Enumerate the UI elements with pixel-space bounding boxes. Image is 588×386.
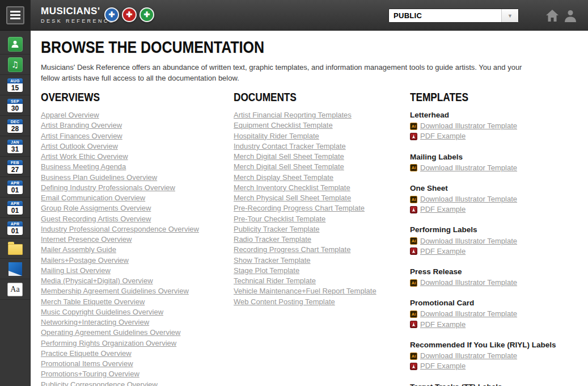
template-group: LetterheadDownload Illustrator TemplateP… [410, 110, 588, 142]
overview-link[interactable]: Group Role Assigments Overview [41, 203, 231, 213]
overview-link[interactable]: Performing Rights Organization Overview [41, 338, 231, 349]
overview-link[interactable]: Business Plan Guidelines Overview [41, 173, 231, 183]
add-green-button[interactable]: ✚ [139, 7, 154, 22]
template-download-link[interactable]: PDF Example [420, 246, 466, 257]
app-logo: MUSICIANS' DESK REFERENCE [41, 6, 115, 24]
person-icon [8, 37, 23, 52]
overview-link[interactable]: Networking+Interacting Overview [41, 317, 231, 328]
document-link[interactable]: Industry Contact Tracker Template [234, 141, 407, 152]
template-download-link[interactable]: Download Illustrator Template [420, 309, 517, 319]
template-group-title: One Sheet [410, 183, 588, 194]
overview-link[interactable]: Promotional Items Overview [41, 359, 231, 369]
overview-link[interactable]: Artist Outlook Overview [41, 141, 231, 152]
pdf-file-icon [410, 133, 417, 140]
add-blue-button[interactable]: ✚ [104, 7, 119, 22]
template-link-row: Download Illustrator Template [410, 236, 588, 246]
logo-line2: DESK REFERENCE [41, 18, 115, 24]
sidebar-item-event[interactable]: AUG15 [0, 75, 30, 95]
sidebar-item-event[interactable]: FEB27 [0, 157, 30, 177]
document-link[interactable]: Vehicle Maintenance+Fuel Report Template [234, 286, 407, 296]
overview-link[interactable]: Artist Finances Overview [41, 131, 231, 141]
intro-line1: Musicians' Desk Reference offers an abun… [41, 62, 522, 73]
overview-link[interactable]: Defining Industry Professionals Overview [41, 183, 231, 193]
template-download-link[interactable]: Download Illustrator Template [420, 194, 517, 204]
overview-link[interactable]: Business Meeting Agenda [41, 162, 231, 172]
overview-link[interactable]: Apparel Overview [41, 110, 231, 120]
overview-link[interactable]: Email Communication Overview [41, 193, 231, 203]
template-download-link[interactable]: Download Illustrator Template [420, 163, 517, 173]
overview-link[interactable]: Artist Branding Overview [41, 120, 231, 131]
calendar-month: DEC [7, 119, 23, 124]
document-link[interactable]: Radio Tracker Template [234, 234, 407, 245]
document-link[interactable]: Merch Inventory Checklist Template [234, 183, 407, 193]
music-note-icon: ♫ [8, 57, 23, 72]
template-download-link[interactable]: Download Illustrator Template [420, 351, 517, 361]
overview-link[interactable]: Operating Agreement Guidelines Overview [41, 328, 231, 338]
overview-link[interactable]: Mailer Assembly Guide [41, 245, 231, 255]
overview-link[interactable]: Industry Professional Correspondence Ove… [41, 224, 231, 234]
sidebar-item-event[interactable]: APR01 [0, 218, 30, 238]
overview-link[interactable]: Mailing List Overview [41, 266, 231, 276]
document-link[interactable]: Publicity Tracker Template [234, 224, 407, 234]
template-download-link[interactable]: Download Illustrator Template [420, 121, 517, 131]
overview-link[interactable]: Mailers+Postage Overview [41, 255, 231, 266]
overview-link[interactable]: Practice Etiquette Overview [41, 349, 231, 359]
calendar-day: 28 [7, 124, 23, 133]
pdf-file-icon [410, 206, 417, 213]
add-red-button[interactable]: ✚ [122, 7, 137, 22]
overview-link[interactable]: Merch Table Etiquette Overview [41, 297, 231, 307]
templates-column: TEMPLATES LetterheadDownload Illustrator… [410, 91, 588, 386]
calendar-day: 01 [7, 206, 23, 215]
template-link-row: Download Illustrator Template [410, 194, 588, 204]
template-download-link[interactable]: PDF Example [420, 361, 466, 371]
overview-link[interactable]: Music Copyright Guidelines Overview [41, 307, 231, 317]
calendar-date-icon: APR01 [7, 221, 23, 235]
overview-link[interactable]: Guest Recording Artists Overview [41, 214, 231, 224]
document-link[interactable]: Recording Progress Chart Template [234, 245, 407, 255]
document-link[interactable]: Web Content Posting Template [234, 297, 407, 307]
document-link[interactable]: Merch Digital Sell Sheet Template [234, 152, 407, 162]
document-link[interactable]: Merch Digital Sell Sheet Template [234, 162, 407, 172]
sidebar-item-event[interactable]: APR01 [0, 198, 30, 218]
document-link[interactable]: Hospitality Rider Template [234, 131, 407, 141]
template-download-link[interactable]: PDF Example [420, 320, 466, 330]
sidebar-item-event[interactable]: APR01 [0, 177, 30, 198]
user-icon[interactable] [564, 9, 577, 22]
document-link[interactable]: Merch Physical Sell Sheet Template [234, 193, 407, 203]
sidebar-item-event[interactable]: DEC28 [0, 116, 30, 136]
ai-file-icon [410, 123, 417, 130]
sidebar-item-event[interactable]: SEP30 [0, 95, 30, 116]
template-download-link[interactable]: PDF Example [420, 131, 466, 141]
sidebar-item-event[interactable]: JAN31 [0, 136, 30, 157]
sidebar-item-library[interactable] [0, 259, 30, 279]
document-link[interactable]: Pre-Recording Progress Chart Template [234, 203, 407, 213]
sidebar-item-files[interactable] [0, 238, 30, 259]
template-group: Recommended If You Like (RIYL) LabelsDow… [410, 340, 588, 372]
blue-box-icon [9, 262, 22, 276]
document-link[interactable]: Equipment Checklist Template [234, 120, 407, 131]
overview-link[interactable]: Membership Agreement Guidelines Overview [41, 286, 231, 296]
sidebar-item-artists[interactable] [0, 34, 30, 54]
overview-link[interactable]: Internet Presence Overview [41, 234, 231, 245]
chevron-down-icon[interactable]: ▼ [501, 9, 518, 22]
template-download-link[interactable]: Download Illustrator Template [420, 236, 517, 246]
document-link[interactable]: Show Tracker Template [234, 255, 407, 266]
sidebar-item-typography[interactable]: Aa [0, 279, 30, 300]
sidebar-item-music[interactable]: ♫ [0, 54, 30, 75]
document-link[interactable]: Pre-Tour Checklist Template [234, 214, 407, 224]
overview-link[interactable]: Publicity Correspondence Overview [41, 380, 231, 386]
visibility-dropdown[interactable]: PUBLIC ▼ [388, 9, 519, 23]
template-download-link[interactable]: Download Illustrator Template [420, 278, 517, 288]
overview-link[interactable]: Artist Work Ethic Overview [41, 152, 231, 162]
document-link[interactable]: Stage Plot Template [234, 266, 407, 276]
template-download-link[interactable]: PDF Example [420, 204, 466, 215]
document-link[interactable]: Artist Financial Reoprting Templates [234, 110, 407, 120]
document-link[interactable]: Merch Display Sheet Template [234, 173, 407, 183]
document-link[interactable]: Technical Rider Template [234, 276, 407, 286]
sidebar: ♫ AUG15SEP30DEC28JAN31FEB27APR01APR01APR… [0, 0, 31, 386]
intro-line2: fellow artists have full access to all t… [41, 73, 522, 83]
home-icon[interactable] [545, 9, 559, 22]
overview-link[interactable]: Media (Physical+Digital) Overview [41, 276, 231, 286]
overview-link[interactable]: Promotions+Touring Overview [41, 369, 231, 379]
hamburger-menu-button[interactable] [6, 6, 24, 24]
